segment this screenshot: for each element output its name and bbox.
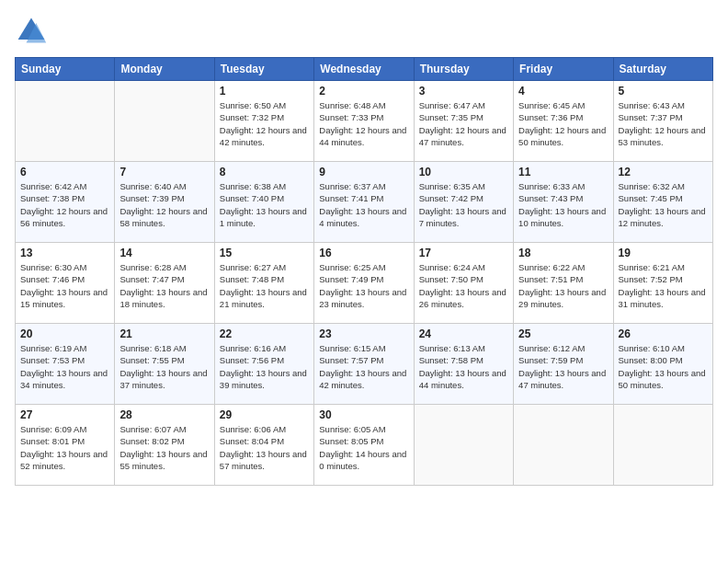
calendar-cell: 12Sunrise: 6:32 AMSunset: 7:45 PMDayligh…: [613, 162, 712, 243]
day-number: 8: [220, 166, 309, 178]
calendar-cell: 29Sunrise: 6:06 AMSunset: 8:04 PMDayligh…: [214, 405, 313, 486]
calendar-week-5: 27Sunrise: 6:09 AMSunset: 8:01 PMDayligh…: [16, 405, 713, 486]
day-info: Sunrise: 6:40 AMSunset: 7:39 PMDaylight:…: [119, 180, 209, 229]
weekday-header-sunday: Sunday: [16, 58, 115, 81]
day-info: Sunrise: 6:07 AMSunset: 8:02 PMDaylight:…: [119, 423, 209, 472]
calendar-cell: [514, 405, 613, 486]
day-info: Sunrise: 6:27 AMSunset: 7:48 PMDaylight:…: [220, 261, 309, 310]
calendar-cell: 4Sunrise: 6:45 AMSunset: 7:36 PMDaylight…: [514, 81, 613, 162]
day-info: Sunrise: 6:12 AMSunset: 7:59 PMDaylight:…: [518, 342, 608, 391]
calendar-cell: 25Sunrise: 6:12 AMSunset: 7:59 PMDayligh…: [514, 324, 613, 405]
calendar-cell: 15Sunrise: 6:27 AMSunset: 7:48 PMDayligh…: [214, 243, 313, 324]
day-number: 11: [518, 166, 608, 178]
day-info: Sunrise: 6:06 AMSunset: 8:04 PMDaylight:…: [220, 423, 309, 472]
page-header: [15, 15, 713, 48]
day-number: 26: [619, 327, 708, 340]
day-number: 7: [119, 166, 209, 178]
day-info: Sunrise: 6:37 AMSunset: 7:41 PMDaylight:…: [319, 180, 408, 229]
day-info: Sunrise: 6:32 AMSunset: 7:45 PMDaylight:…: [619, 180, 708, 229]
calendar-cell: 23Sunrise: 6:15 AMSunset: 7:57 PMDayligh…: [314, 324, 414, 405]
day-number: 24: [419, 327, 508, 340]
calendar-cell: 8Sunrise: 6:38 AMSunset: 7:40 PMDaylight…: [214, 162, 313, 243]
day-number: 16: [319, 247, 408, 259]
day-number: 27: [20, 408, 109, 421]
day-number: 19: [619, 247, 708, 259]
calendar-cell: 24Sunrise: 6:13 AMSunset: 7:58 PMDayligh…: [414, 324, 513, 405]
day-number: 13: [20, 247, 109, 259]
calendar-cell: 19Sunrise: 6:21 AMSunset: 7:52 PMDayligh…: [613, 243, 712, 324]
day-info: Sunrise: 6:21 AMSunset: 7:52 PMDaylight:…: [619, 261, 708, 310]
calendar-week-3: 13Sunrise: 6:30 AMSunset: 7:46 PMDayligh…: [16, 243, 713, 324]
day-number: 10: [419, 166, 508, 178]
calendar-cell: 22Sunrise: 6:16 AMSunset: 7:56 PMDayligh…: [214, 324, 313, 405]
calendar-cell: 7Sunrise: 6:40 AMSunset: 7:39 PMDaylight…: [115, 162, 214, 243]
calendar-cell: 2Sunrise: 6:48 AMSunset: 7:33 PMDaylight…: [314, 81, 414, 162]
day-info: Sunrise: 6:22 AMSunset: 7:51 PMDaylight:…: [518, 261, 608, 310]
day-info: Sunrise: 6:15 AMSunset: 7:57 PMDaylight:…: [319, 342, 408, 391]
calendar-week-2: 6Sunrise: 6:42 AMSunset: 7:38 PMDaylight…: [16, 162, 713, 243]
day-number: 12: [619, 166, 708, 178]
calendar-cell: 30Sunrise: 6:05 AMSunset: 8:05 PMDayligh…: [314, 405, 414, 486]
day-number: 17: [419, 247, 508, 259]
day-number: 22: [220, 327, 309, 340]
day-info: Sunrise: 6:33 AMSunset: 7:43 PMDaylight:…: [518, 180, 608, 229]
calendar-week-1: 1Sunrise: 6:50 AMSunset: 7:32 PMDaylight…: [16, 81, 713, 162]
day-info: Sunrise: 6:24 AMSunset: 7:50 PMDaylight:…: [419, 261, 508, 310]
day-info: Sunrise: 6:35 AMSunset: 7:42 PMDaylight:…: [419, 180, 508, 229]
day-info: Sunrise: 6:38 AMSunset: 7:40 PMDaylight:…: [220, 180, 309, 229]
calendar-cell: [16, 81, 115, 162]
calendar-cell: [115, 81, 214, 162]
day-number: 6: [20, 166, 109, 178]
weekday-header-saturday: Saturday: [613, 58, 712, 81]
day-info: Sunrise: 6:19 AMSunset: 7:53 PMDaylight:…: [20, 342, 109, 391]
day-number: 14: [119, 247, 209, 259]
calendar-cell: 14Sunrise: 6:28 AMSunset: 7:47 PMDayligh…: [115, 243, 214, 324]
weekday-header-thursday: Thursday: [414, 58, 513, 81]
logo: [15, 15, 51, 48]
day-info: Sunrise: 6:30 AMSunset: 7:46 PMDaylight:…: [20, 261, 109, 310]
calendar-cell: 11Sunrise: 6:33 AMSunset: 7:43 PMDayligh…: [514, 162, 613, 243]
calendar-cell: 5Sunrise: 6:43 AMSunset: 7:37 PMDaylight…: [613, 81, 712, 162]
day-info: Sunrise: 6:16 AMSunset: 7:56 PMDaylight:…: [220, 342, 309, 391]
day-info: Sunrise: 6:45 AMSunset: 7:36 PMDaylight:…: [518, 99, 608, 148]
day-number: 2: [319, 85, 408, 98]
weekday-header-wednesday: Wednesday: [314, 58, 414, 81]
day-info: Sunrise: 6:13 AMSunset: 7:58 PMDaylight:…: [419, 342, 508, 391]
calendar-cell: 13Sunrise: 6:30 AMSunset: 7:46 PMDayligh…: [16, 243, 115, 324]
calendar-cell: [613, 405, 712, 486]
day-number: 3: [419, 85, 508, 98]
day-number: 21: [119, 327, 209, 340]
day-number: 15: [220, 247, 309, 259]
day-info: Sunrise: 6:10 AMSunset: 8:00 PMDaylight:…: [619, 342, 708, 391]
calendar-cell: 27Sunrise: 6:09 AMSunset: 8:01 PMDayligh…: [16, 405, 115, 486]
calendar-cell: [414, 405, 513, 486]
day-info: Sunrise: 6:47 AMSunset: 7:35 PMDaylight:…: [419, 99, 508, 148]
day-number: 5: [619, 85, 708, 98]
day-info: Sunrise: 6:25 AMSunset: 7:49 PMDaylight:…: [319, 261, 408, 310]
weekday-header-monday: Monday: [115, 58, 214, 81]
day-number: 18: [518, 247, 608, 259]
calendar-cell: 1Sunrise: 6:50 AMSunset: 7:32 PMDaylight…: [214, 81, 313, 162]
day-info: Sunrise: 6:43 AMSunset: 7:37 PMDaylight:…: [619, 99, 708, 148]
calendar-cell: 28Sunrise: 6:07 AMSunset: 8:02 PMDayligh…: [115, 405, 214, 486]
day-number: 30: [319, 408, 408, 421]
calendar-cell: 26Sunrise: 6:10 AMSunset: 8:00 PMDayligh…: [613, 324, 712, 405]
day-info: Sunrise: 6:18 AMSunset: 7:55 PMDaylight:…: [119, 342, 209, 391]
calendar-cell: 6Sunrise: 6:42 AMSunset: 7:38 PMDaylight…: [16, 162, 115, 243]
calendar-cell: 20Sunrise: 6:19 AMSunset: 7:53 PMDayligh…: [16, 324, 115, 405]
day-info: Sunrise: 6:48 AMSunset: 7:33 PMDaylight:…: [319, 99, 408, 148]
day-number: 28: [119, 408, 209, 421]
weekday-header-tuesday: Tuesday: [214, 58, 313, 81]
day-number: 1: [220, 85, 309, 98]
calendar-cell: 17Sunrise: 6:24 AMSunset: 7:50 PMDayligh…: [414, 243, 513, 324]
calendar-cell: 18Sunrise: 6:22 AMSunset: 7:51 PMDayligh…: [514, 243, 613, 324]
calendar-cell: 16Sunrise: 6:25 AMSunset: 7:49 PMDayligh…: [314, 243, 414, 324]
logo-icon: [15, 15, 48, 48]
calendar-table: SundayMondayTuesdayWednesdayThursdayFrid…: [15, 57, 713, 486]
day-info: Sunrise: 6:05 AMSunset: 8:05 PMDaylight:…: [319, 423, 408, 472]
calendar-week-4: 20Sunrise: 6:19 AMSunset: 7:53 PMDayligh…: [16, 324, 713, 405]
calendar-cell: 10Sunrise: 6:35 AMSunset: 7:42 PMDayligh…: [414, 162, 513, 243]
day-info: Sunrise: 6:50 AMSunset: 7:32 PMDaylight:…: [220, 99, 309, 148]
calendar-cell: 3Sunrise: 6:47 AMSunset: 7:35 PMDaylight…: [414, 81, 513, 162]
day-number: 20: [20, 327, 109, 340]
